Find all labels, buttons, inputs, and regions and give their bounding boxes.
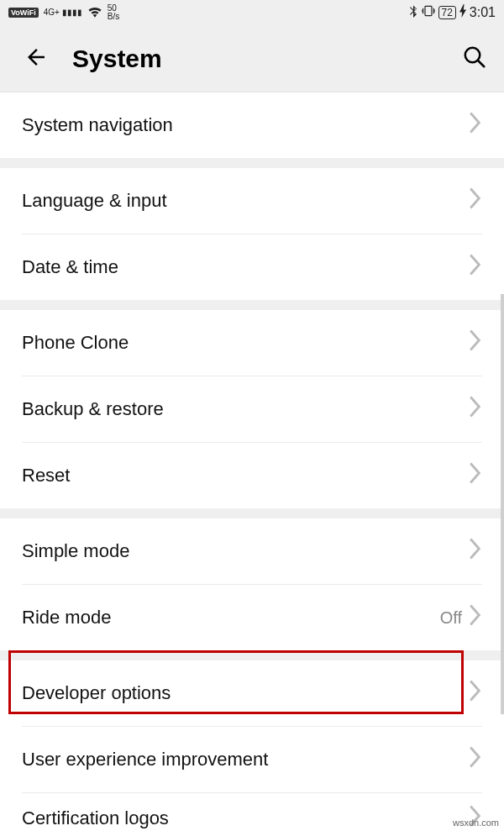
chevron-right-icon (469, 462, 482, 489)
row-simple-mode[interactable]: Simple mode (0, 518, 504, 584)
scrollbar[interactable] (501, 294, 504, 714)
app-header: System (0, 25, 504, 92)
chevron-right-icon (469, 329, 482, 356)
row-developer-options[interactable]: Developer options (0, 660, 504, 726)
row-backup-restore[interactable]: Backup & restore (0, 376, 504, 442)
row-label: Developer options (22, 682, 469, 704)
chevron-right-icon (469, 254, 482, 281)
row-label: Reset (22, 465, 469, 487)
row-label: Backup & restore (22, 398, 469, 420)
row-user-experience-improvement[interactable]: User experience improvement (0, 727, 504, 792)
chevron-right-icon (469, 604, 482, 631)
row-label: Phone Clone (22, 332, 469, 354)
chevron-right-icon (469, 538, 482, 565)
row-label: Date & time (22, 256, 469, 278)
clock-text: 3:01 (470, 5, 496, 20)
data-rate: 50B/s (108, 4, 119, 21)
vowifi-badge: VoWiFi (8, 8, 39, 18)
settings-group: Language & input Date & time (0, 168, 504, 300)
settings-group: Simple mode Ride mode Off (0, 518, 504, 650)
row-label: Ride mode (22, 607, 440, 629)
row-label: User experience improvement (22, 749, 469, 771)
chevron-right-icon (469, 746, 482, 773)
wifi-icon (87, 6, 102, 20)
settings-group: System navigation (0, 92, 504, 158)
row-label: System navigation (22, 114, 469, 136)
settings-group: Developer options User experience improv… (0, 660, 504, 831)
status-right: 72 3:01 (408, 4, 496, 21)
search-icon[interactable] (462, 45, 487, 73)
row-date-time[interactable]: Date & time (0, 234, 504, 300)
row-language-input[interactable]: Language & input (0, 168, 504, 234)
row-phone-clone[interactable]: Phone Clone (0, 310, 504, 376)
row-value: Off (440, 608, 462, 628)
battery-icon: 72 (438, 6, 456, 19)
bluetooth-icon (408, 4, 418, 21)
status-left: VoWiFi 4G+ ▮▮▮▮ 50B/s (8, 4, 119, 21)
watermark: wsxdn.com (453, 818, 499, 828)
row-reset[interactable]: Reset (0, 443, 504, 508)
svg-rect-0 (425, 6, 432, 15)
chevron-right-icon (469, 396, 482, 423)
row-ride-mode[interactable]: Ride mode Off (0, 585, 504, 650)
chevron-right-icon (469, 112, 482, 139)
chevron-right-icon (469, 187, 482, 214)
page-title: System (72, 45, 438, 73)
row-label: Certification logos (22, 807, 469, 829)
row-system-navigation[interactable]: System navigation (0, 92, 504, 158)
row-certification-logos[interactable]: Certification logos (0, 793, 504, 831)
settings-group: Phone Clone Backup & restore Reset (0, 310, 504, 508)
network-icon: 4G+ ▮▮▮▮ (44, 8, 82, 17)
chevron-right-icon (469, 680, 482, 707)
back-icon[interactable] (24, 45, 49, 73)
status-bar: VoWiFi 4G+ ▮▮▮▮ 50B/s 72 3:01 (0, 0, 504, 25)
row-label: Language & input (22, 190, 469, 212)
charging-icon (459, 4, 466, 21)
row-label: Simple mode (22, 540, 469, 562)
vibrate-icon (422, 4, 435, 21)
